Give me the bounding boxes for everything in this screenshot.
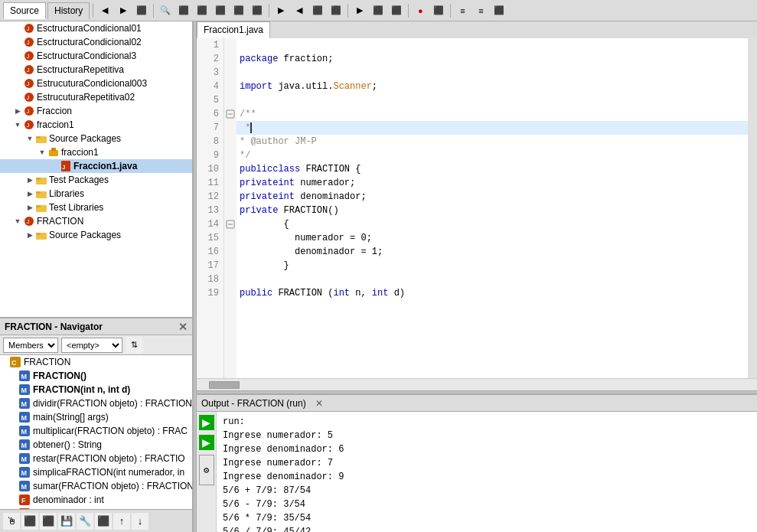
members-dropdown[interactable]: Members xyxy=(3,338,58,353)
tree-toggle-t14[interactable]: ▶ xyxy=(24,204,35,211)
toolbar-btn-19[interactable]: ≡ xyxy=(472,2,489,19)
tree-toggle-t12[interactable]: ▶ xyxy=(24,176,35,184)
tree-item-t9[interactable]: ▼Source Packages xyxy=(0,132,192,145)
nav-item-n11[interactable]: Fdenominador : int xyxy=(0,493,192,507)
toolbar-btn-15[interactable]: ⬛ xyxy=(370,2,387,19)
nav-item-n9[interactable]: MsimplicaFRACTION(int numerador, in xyxy=(0,465,192,479)
project-tree[interactable]: JEsctructuraCondicional01JEsctructuraCon… xyxy=(0,21,192,318)
tree-toggle-t15[interactable]: ▼ xyxy=(12,217,23,225)
fold-marker-14[interactable] xyxy=(224,217,237,231)
tree-item-t2[interactable]: JEsctructuraCondicional02 xyxy=(0,35,192,49)
nav-btn-4[interactable]: 💾 xyxy=(58,513,75,530)
tree-item-t11[interactable]: JFraccion1.java xyxy=(0,159,192,173)
tree-item-t5[interactable]: JEstrucuturaCondicional003 xyxy=(0,77,192,90)
output-close[interactable]: ✕ xyxy=(315,398,323,409)
code-line-18[interactable] xyxy=(237,273,748,286)
nav-item-n2[interactable]: MFRACTION() xyxy=(0,369,192,383)
code-line-5[interactable] xyxy=(237,93,748,107)
tree-item-t12[interactable]: ▶Test Packages xyxy=(0,173,192,187)
code-line-16[interactable]: denominador = 1; xyxy=(237,245,748,259)
nav-btn-7[interactable]: ↑ xyxy=(113,513,130,530)
toolbar-btn-stop[interactable]: ● xyxy=(412,2,429,19)
nav-item-n7[interactable]: Mobtener() : String xyxy=(0,438,192,452)
toolbar-btn-20[interactable]: ⬛ xyxy=(491,2,507,19)
tree-toggle-t7[interactable]: ▶ xyxy=(12,107,23,115)
tree-item-t10[interactable]: ▼fraccion1 xyxy=(0,145,192,159)
code-line-8[interactable]: * @author JM-P xyxy=(237,135,748,149)
code-line-6[interactable]: /** xyxy=(237,107,748,121)
nav-sort-btn[interactable]: ⇅ xyxy=(126,337,142,354)
empty-dropdown[interactable]: <empty> xyxy=(61,338,122,353)
toolbar-btn-7[interactable]: ⬛ xyxy=(212,2,229,19)
code-line-14[interactable]: { xyxy=(237,217,748,231)
tree-toggle-t8[interactable]: ▼ xyxy=(12,121,23,129)
output-run-btn-2[interactable]: ▶ xyxy=(199,435,214,450)
tree-item-t13[interactable]: ▶Libraries xyxy=(0,187,192,201)
tree-toggle-t13[interactable]: ▶ xyxy=(24,190,35,197)
nav-btn-8[interactable]: ↓ xyxy=(132,513,148,530)
tree-item-t15[interactable]: ▼JFRACTION xyxy=(0,214,192,228)
toolbar-btn-6[interactable]: ⬛ xyxy=(194,2,210,19)
tree-toggle-t10[interactable]: ▼ xyxy=(37,149,47,156)
tree-item-t3[interactable]: JEsctructuraCondicional3 xyxy=(0,49,192,63)
nav-item-n1[interactable]: CFRACTION xyxy=(0,355,192,369)
file-tab[interactable]: Fraccion1.java xyxy=(197,21,270,38)
navigator-close[interactable]: ✕ xyxy=(178,321,188,333)
toolbar-btn-14[interactable]: ▶ xyxy=(351,2,368,19)
tree-toggle-t9[interactable]: ▼ xyxy=(24,135,35,142)
code-line-12[interactable]: private int denominador; xyxy=(237,190,748,204)
code-line-13[interactable]: private FRACTION() xyxy=(237,204,748,217)
tree-item-t1[interactable]: JEsctructuraCondicional01 xyxy=(0,21,192,35)
toolbar-btn-3[interactable]: ⬛ xyxy=(133,2,150,19)
toolbar-btn-4[interactable]: 🔍 xyxy=(157,2,174,19)
nav-btn-3[interactable]: ⬛ xyxy=(40,513,57,530)
nav-item-n4[interactable]: Mdividir(FRACTION objeto) : FRACTION xyxy=(0,397,192,410)
nav-item-n3[interactable]: MFRACTION(int n, int d) xyxy=(0,383,192,397)
nav-btn-6[interactable]: ⬛ xyxy=(95,513,112,530)
toolbar-btn-10[interactable]: ▶ xyxy=(272,2,289,19)
toolbar-btn-17[interactable]: ⬛ xyxy=(430,2,447,19)
tree-item-t4[interactable]: JEsctructuraRepetitiva xyxy=(0,63,192,77)
tree-item-t14[interactable]: ▶Test Libraries xyxy=(0,201,192,214)
nav-item-n6[interactable]: Mmultiplicar(FRACTION objeto) : FRAC xyxy=(0,424,192,438)
editor-hscroll[interactable] xyxy=(197,378,757,390)
toolbar-btn-5[interactable]: ⬛ xyxy=(175,2,192,19)
tree-item-t16[interactable]: ▶Source Packages xyxy=(0,228,192,242)
output-side-icon[interactable]: ⚙ xyxy=(199,455,214,485)
toolbar-btn-9[interactable]: ⬛ xyxy=(249,2,266,19)
tree-toggle-t16[interactable]: ▶ xyxy=(24,231,35,239)
fold-marker-6[interactable] xyxy=(224,107,237,121)
nav-item-n5[interactable]: Mmain(String[] args) xyxy=(0,410,192,424)
output-run-btn-1[interactable]: ▶ xyxy=(199,415,214,430)
code-line-7[interactable]: * xyxy=(237,121,748,135)
toolbar-btn-16[interactable]: ⬛ xyxy=(388,2,405,19)
navigator-content[interactable]: CFRACTIONMFRACTION()MFRACTION(int n, int… xyxy=(0,355,192,509)
code-line-11[interactable]: private int numerador; xyxy=(237,176,748,190)
nav-btn-1[interactable]: 🖱 xyxy=(3,513,20,530)
code-line-2[interactable]: package fraction; xyxy=(237,52,748,66)
output-content[interactable]: run:Ingrese numerador: 5Ingrese denomina… xyxy=(217,412,757,532)
code-line-4[interactable]: import java.util.Scanner; xyxy=(237,80,748,93)
tree-item-t7[interactable]: ▶JFraccion xyxy=(0,104,192,118)
tree-item-t8[interactable]: ▼Jfraccion1 xyxy=(0,118,192,132)
code-line-1[interactable] xyxy=(237,38,748,52)
toolbar-btn-8[interactable]: ⬛ xyxy=(230,2,247,19)
toolbar-btn-back[interactable]: ◀ xyxy=(96,2,113,19)
source-tab[interactable]: Source xyxy=(3,2,46,19)
code-area[interactable]: package fraction; import java.util.Scann… xyxy=(237,38,748,378)
code-line-19[interactable]: public FRACTION (int n, int d) xyxy=(237,286,748,300)
nav-item-n10[interactable]: Msumar(FRACTION objeto) : FRACTION xyxy=(0,479,192,493)
nav-btn-2[interactable]: ⬛ xyxy=(21,513,38,530)
nav-btn-5[interactable]: 🔧 xyxy=(77,513,93,530)
toolbar-btn-13[interactable]: ⬛ xyxy=(328,2,344,19)
tree-item-t6[interactable]: JEstrucuturaRepetitiva02 xyxy=(0,90,192,104)
toolbar-btn-fwd[interactable]: ▶ xyxy=(115,2,132,19)
nav-item-n8[interactable]: Mrestar(FRACTION objeto) : FRACTIO xyxy=(0,452,192,465)
code-line-9[interactable]: */ xyxy=(237,149,748,162)
toolbar-btn-18[interactable]: ≡ xyxy=(454,2,471,19)
code-line-17[interactable]: } xyxy=(237,259,748,273)
toolbar-btn-12[interactable]: ⬛ xyxy=(309,2,326,19)
code-line-3[interactable] xyxy=(237,66,748,80)
toolbar-btn-11[interactable]: ◀ xyxy=(291,2,308,19)
history-tab[interactable]: History xyxy=(47,2,90,19)
